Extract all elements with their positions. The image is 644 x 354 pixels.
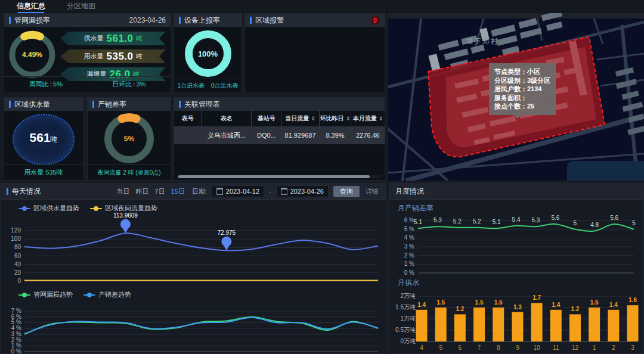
panel-header: 产销差率	[88, 98, 171, 111]
svg-text:5.3: 5.3	[532, 217, 540, 223]
svg-text:5.4: 5.4	[512, 216, 521, 223]
chip-label: 供水量	[83, 34, 103, 43]
query-button[interactable]: 查询	[333, 186, 360, 197]
daily-rate-legend: 管网漏损趋势产销差趋势	[1, 289, 386, 299]
panel-monthly-situation: 月度情况 月产销差率 6 %5 %4 %3 %2 %1 %0 %5.15.35.…	[389, 183, 644, 354]
svg-text:1.5: 1.5	[475, 299, 484, 306]
svg-text:6 %: 6 %	[11, 313, 21, 320]
stat-chip-供水量: 供水量561.0吨	[60, 32, 166, 45]
svg-text:1.6: 1.6	[628, 297, 637, 303]
legend-item-区域供水量趋势[interactable]: 区域供水量趋势	[18, 204, 79, 213]
panel-header: 关联管理表	[174, 98, 385, 111]
bar-month-12[interactable]	[569, 314, 581, 341]
svg-text:1.5万吨: 1.5万吨	[395, 304, 416, 310]
svg-text:1.4: 1.4	[417, 302, 426, 308]
panel-header: 区域报警 0	[245, 14, 385, 27]
table-scrollbar-thumb[interactable]	[178, 175, 370, 178]
table-col-基站号: 基站号	[252, 111, 281, 126]
table-cell: 81.929687	[281, 126, 319, 144]
panel-header: 区域供水量	[4, 98, 83, 111]
bar-month-6[interactable]	[454, 314, 466, 341]
bar-month-9[interactable]	[512, 312, 523, 341]
range-tab-昨日[interactable]: 昨日	[135, 187, 148, 196]
svg-text:1 %: 1 %	[404, 260, 414, 267]
tooltip-line: 接点个数：25	[494, 102, 550, 111]
compare-stat: 周同比↑5%	[29, 80, 63, 89]
daily-flow-legend: 区域供水量趋势区域夜间流量趋势	[1, 200, 386, 213]
legend-item-区域夜间流量趋势[interactable]: 区域夜间流量趋势	[90, 204, 157, 213]
bar-month-2[interactable]	[608, 310, 619, 341]
daily-header: 每天情况 当日昨日7日15日 日期: 2023-04-12 - 2023-04-…	[1, 184, 386, 200]
stat-value: 5%	[53, 80, 63, 88]
bar-month-10[interactable]	[531, 303, 543, 341]
table-col-环比昨日[interactable]: 环比昨日 ⇕	[319, 111, 351, 126]
leak-rate-value: 4.49%	[8, 30, 57, 79]
top-tab-分区地图[interactable]: 分区地图	[67, 1, 95, 12]
legend-label: 产销差趋势	[98, 290, 131, 299]
legend-item-管网漏损趋势[interactable]: 管网漏损趋势	[18, 290, 73, 299]
legend-marker	[83, 293, 95, 297]
range-tab-当日[interactable]: 当日	[116, 187, 129, 196]
calendar-icon	[281, 188, 287, 195]
range-tab-7日[interactable]: 7日	[154, 187, 165, 196]
sort-icon[interactable]: ⇕	[311, 116, 315, 122]
table-col-当日流量[interactable]: 当日流量 ⇕	[281, 111, 319, 126]
header-accent-bar	[9, 17, 11, 24]
panel-title: 设备上报率	[184, 15, 220, 26]
svg-text:72.975: 72.975	[218, 229, 236, 236]
map-place-label: 塘下郑村	[466, 36, 499, 46]
svg-text:5.1: 5.1	[493, 219, 501, 225]
table-col-本月流量[interactable]: 本月流量 ⇕	[351, 111, 385, 126]
bar-month-3[interactable]	[627, 305, 639, 341]
date-from-input[interactable]: 2023-04-12	[212, 185, 264, 197]
svg-text:80: 80	[14, 244, 21, 250]
daily-rate-svg: 0 %1 %2 %3 %4 %5 %6 %7 %2023-04-122023-0…	[1, 299, 386, 354]
table-cell: 义乌市城西...	[202, 126, 252, 144]
marker-pin: 113.9609	[113, 213, 138, 233]
date-to-input[interactable]: 2023-04-26	[276, 185, 329, 197]
bar-month-4[interactable]	[416, 310, 428, 341]
district-map[interactable]: 塘下郑村 节点类型：小区分区级别：3级分区居民户数：2134服务面积：接点个数：…	[388, 13, 644, 181]
up-arrow-icon: ↑	[132, 80, 136, 88]
bar-month-8[interactable]	[493, 308, 504, 341]
date-range-label: 日期:	[192, 187, 207, 196]
svg-text:3: 3	[631, 344, 634, 351]
svg-text:5: 5	[573, 220, 577, 226]
panel-daily-situation: 每天情况 当日昨日7日15日 日期: 2023-04-12 - 2023-04-…	[0, 183, 386, 354]
supply-usage-text: 用水量 535吨	[24, 168, 63, 177]
tooltip-line: 分区级别：3级分区	[494, 76, 550, 85]
bar-month-11[interactable]	[550, 310, 562, 341]
svg-text:5.1: 5.1	[414, 219, 422, 225]
sort-icon[interactable]: ⇕	[379, 116, 383, 122]
svg-text:1.5: 1.5	[590, 299, 599, 306]
psd-rate-donut: 5%	[103, 113, 155, 164]
svg-text:1.4: 1.4	[609, 302, 618, 308]
legend-marker	[90, 206, 102, 211]
daily-rate-chart: 0 %1 %2 %3 %4 %5 %6 %7 %2023-04-122023-0…	[1, 299, 386, 354]
table-row[interactable]: 义乌市城西...DQ0...81.9296878.39%2276.46	[174, 126, 385, 144]
detail-button[interactable]: 详情	[364, 187, 380, 196]
table-cell: 8.39%	[319, 126, 351, 144]
tooltip-line: 服务面积：	[494, 94, 550, 103]
bar-month-1[interactable]	[589, 308, 600, 341]
range-tab-15日[interactable]: 15日	[171, 187, 184, 196]
legend-label: 区域供水量趋势	[33, 204, 79, 213]
bar-month-5[interactable]	[435, 308, 447, 341]
supply-unit: 吨	[51, 135, 58, 145]
sort-icon[interactable]: ⇕	[346, 116, 351, 122]
map-node-tooltip: 节点类型：小区分区级别：3级分区居民户数：2134服务面积：接点个数：25	[489, 63, 556, 115]
top-tab-bar: 信息汇总分区地图	[0, 0, 644, 13]
table-scrollbar-track[interactable]	[177, 175, 382, 178]
top-tab-信息汇总[interactable]: 信息汇总	[17, 1, 45, 12]
panel-title: 区域报警	[255, 15, 284, 26]
table-cell: 2276.46	[351, 126, 385, 144]
header-accent-bar	[92, 101, 94, 108]
bar-month-7[interactable]	[473, 308, 485, 341]
panel-relation-table: 关联管理表 表号表名基站号当日流量 ⇕环比昨日 ⇕本月流量 ⇕ 义乌市城西...…	[174, 97, 385, 181]
alarm-count-badge: 0	[370, 15, 380, 25]
svg-text:0 %: 0 %	[404, 269, 414, 276]
compare-stat: 日环比↑3%	[112, 80, 145, 89]
stat-label: 周同比	[29, 80, 49, 88]
legend-marker	[18, 293, 30, 297]
legend-item-产销差趋势[interactable]: 产销差趋势	[83, 290, 131, 299]
